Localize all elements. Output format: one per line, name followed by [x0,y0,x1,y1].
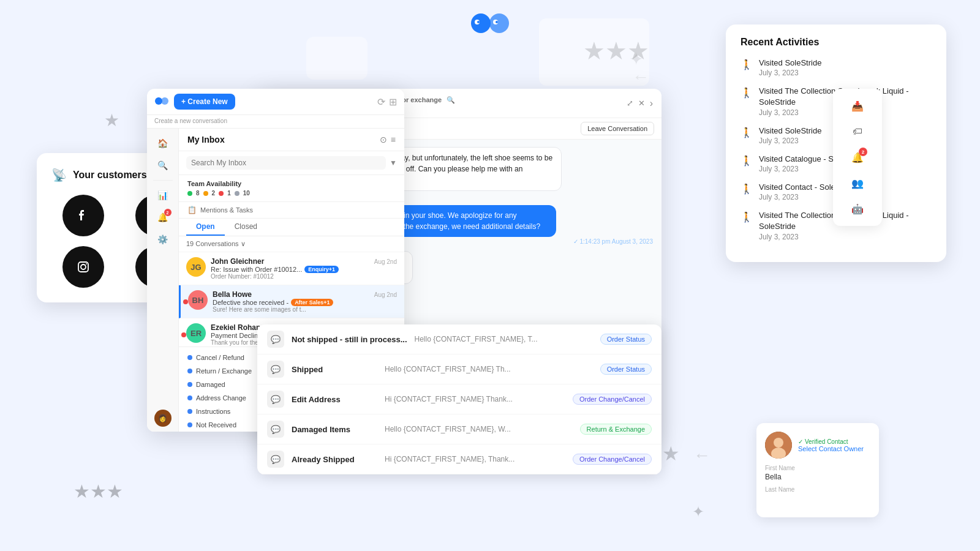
last-name-value [765,494,870,504]
inbox-header: My Inbox ⊙ ≡ [179,129,404,151]
suggestion-preview: Hello {CONTACT_FIRST_NAME} Th... [385,365,593,373]
label-dot [187,369,192,373]
filter-icon[interactable]: ≡ [391,135,396,144]
inbox-title: My Inbox [187,135,225,144]
label-text: Return / Exchange [196,367,252,375]
suggestion-item-0[interactable]: 💬 Not shipped - still in process... Hell… [257,324,662,354]
suggestion-icon: 💬 [267,331,284,348]
conv-item-1[interactable]: BH Bella Howe Aug 2nd Defective shoe rec… [179,285,404,318]
conv-subject: Defective shoe received - [213,299,288,306]
create-sub-label: Create a new conversation [154,118,397,124]
conv-avatar: ER [186,323,206,343]
conv-badge: Enquiry+1 [304,266,339,273]
nav-reports[interactable]: 📊 [153,186,173,205]
team-availability: Team Availability 8 2 1 10 [179,175,404,202]
suggestion-icon: 💬 [267,391,284,408]
label-text: Damaged [196,381,225,388]
conv-name: Bella Howe [213,290,252,299]
expand-icon[interactable]: ⊞ [389,96,397,108]
conv-name: Ezekiel Rohan [211,323,260,332]
suggestion-icon: 💬 [267,421,284,438]
suggestion-item-4[interactable]: 💬 Already Shipped Hi {CONTACT_FIRST_NAME… [257,444,662,474]
user-avatar[interactable]: 👩 [154,410,172,427]
right-panel: 📥 🏷 🔔2 👥 🤖 [833,89,882,226]
conv-subject: Re: Issue with Order #10012... [211,266,302,273]
nav-notifications[interactable]: 🔔 2 [153,208,173,227]
wifi-icon: 📡 [51,168,67,182]
select-owner-btn[interactable]: Select Contact Owner [798,445,864,452]
mentions-tasks[interactable]: 📋 Mentions & Tasks [179,202,404,219]
svg-point-7 [81,264,86,269]
rp-inbox[interactable]: 📥 [846,95,869,117]
svg-point-5 [496,21,498,23]
nav-home[interactable]: 🏠 [153,133,173,153]
activity-icon: 🚶 [741,155,753,167]
conv-name: John Gleichner [211,257,264,266]
rp-bot[interactable]: 🤖 [846,198,869,220]
app-logo [469,11,511,41]
rp-notifications[interactable]: 🔔2 [846,146,869,168]
rp-label[interactable]: 🏷 [846,121,869,143]
expand-chat-icon[interactable]: ⤢ [627,99,633,108]
activity-icon: 🚶 [741,87,753,99]
close-chat-icon[interactable]: ✕ [638,99,645,108]
suggestion-name: Already Shipped [292,455,377,464]
more-chat-icon[interactable]: › [650,98,653,109]
label-text: Cancel / Refund [196,354,244,361]
suggestion-name: Shipped [292,365,377,374]
tab-closed[interactable]: Closed [225,219,267,236]
suggestion-item-1[interactable]: 💬 Shipped Hello {CONTACT_FIRST_NAME} Th.… [257,354,662,384]
contact-avatar [765,432,792,459]
suggestions-panel: 💬 Not shipped - still in process... Hell… [257,324,662,474]
label-dot [187,355,192,360]
nav-search[interactable]: 🔍 [153,156,173,175]
suggestion-name: Edit Address [292,395,377,404]
activity-text: Visited SoleStride [759,126,821,137]
unread-dot [181,332,186,337]
inbox-tabs: Open Closed [179,219,404,236]
label-dot [187,409,192,414]
create-new-button[interactable]: + Create New [174,94,235,110]
suggestion-tag: Order Status [600,364,652,375]
suggestion-name: Not shipped - still in process... [292,335,407,344]
conv-time: Aug 2nd [374,258,397,265]
filter-btn[interactable]: ▼ [390,159,397,167]
inbox-search-bar: ▼ [179,151,404,175]
facebook-icon[interactable] [62,195,104,236]
contact-card: ✓ Verified Contact Select Contact Owner … [756,423,879,517]
instagram-icon[interactable] [62,246,104,288]
rp-team[interactable]: 👥 [846,172,869,194]
activity-date: July 3, 2023 [759,69,821,77]
suggestion-item-3[interactable]: 💬 Damaged Items Hello {CONTACT_FIRST_NAM… [257,414,662,444]
suggestion-preview: Hello {CONTACT_FIRST_NAME}, W... [385,425,573,433]
activity-icon: 🚶 [741,127,753,138]
first-name-value: Bella [765,473,870,481]
sort-icon[interactable]: ⊙ [380,135,387,144]
suggestion-tag: Order Change/Cancel [573,394,652,405]
activity-date: July 3, 2023 [759,233,932,241]
conv-time: Aug 2nd [374,291,397,298]
label-text: Not Received [196,421,236,429]
activity-item-0: 🚶 Visited SoleStride July 3, 2023 [741,58,932,77]
suggestion-icon: 💬 [267,361,284,378]
conv-item-0[interactable]: JG John Gleichner Aug 2nd Re: Issue with… [179,252,404,285]
conv-count[interactable]: 19 Conversations ∨ [179,236,404,252]
nav-settings[interactable]: ⚙️ [153,230,173,249]
label-dot [187,395,192,400]
tab-open[interactable]: Open [186,219,225,236]
conv-badge: After Sales+1 [291,299,333,306]
recent-activities-title: Recent Activities [741,37,932,48]
suggestion-preview: Hi {CONTACT_FIRST_NAME}, Thank... [385,455,565,463]
first-name-label: First Name [765,465,870,471]
label-dot [187,422,192,427]
suggestion-item-2[interactable]: 💬 Edit Address Hi {CONTACT_FIRST_NAME} T… [257,384,662,414]
conv-avatar: JG [186,257,206,277]
refresh-icon[interactable]: ⟳ [377,96,385,108]
verified-badge: ✓ Verified Contact [798,438,864,445]
search-input[interactable] [186,156,386,170]
unread-dot [183,299,188,304]
leave-conversation-button[interactable]: Leave Conversation [581,122,654,135]
activity-icon: 🚶 [741,59,753,70]
conv-preview: Order Number: #10012 [211,273,397,280]
conv-avatar: BH [188,290,208,310]
